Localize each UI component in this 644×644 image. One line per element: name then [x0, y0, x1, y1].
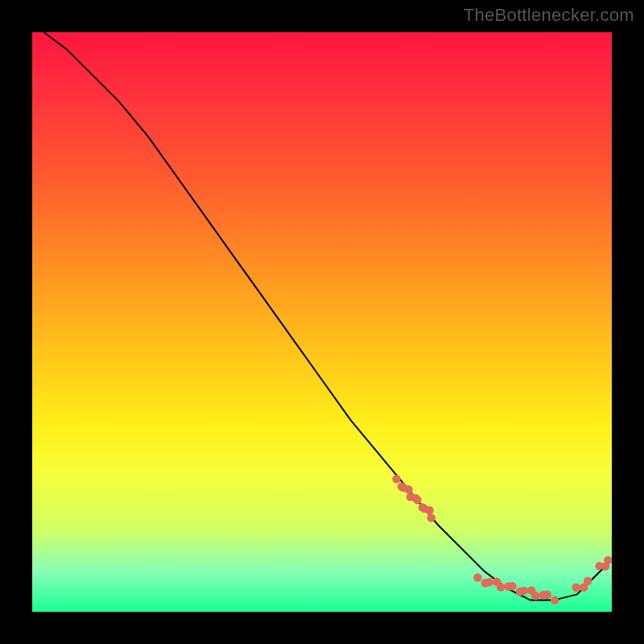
svg-point-19 [520, 587, 528, 595]
plot-overlay [24, 24, 620, 620]
svg-point-25 [572, 584, 580, 592]
svg-point-11 [473, 573, 481, 581]
svg-point-9 [425, 506, 433, 514]
svg-point-10 [427, 514, 436, 522]
svg-point-21 [531, 592, 539, 600]
svg-point-24 [551, 596, 559, 604]
curve-line [43, 32, 612, 601]
chart-frame: TheBottlenecker.com [0, 0, 644, 644]
svg-point-17 [508, 582, 516, 590]
svg-point-0 [392, 475, 400, 483]
svg-point-3 [404, 485, 412, 493]
plot-area [24, 24, 620, 620]
svg-point-6 [413, 496, 421, 504]
svg-point-13 [485, 578, 493, 586]
svg-point-27 [584, 577, 592, 585]
svg-point-23 [543, 591, 551, 599]
watermark-label: TheBottlenecker.com [464, 5, 634, 26]
svg-point-30 [604, 556, 612, 564]
svg-point-15 [497, 583, 505, 591]
data-markers [392, 475, 612, 605]
